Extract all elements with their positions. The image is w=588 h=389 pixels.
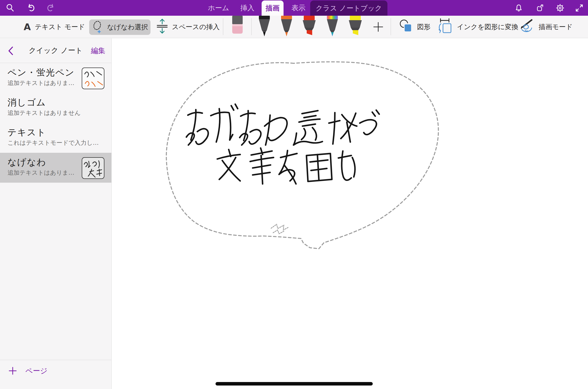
note-canvas[interactable] bbox=[112, 38, 588, 389]
page-subtitle: 追加テキストはありま… bbox=[7, 79, 74, 87]
page-list-item-selected[interactable]: なげなわ 追加テキストはありま… bbox=[0, 153, 111, 183]
sidebar-empty-space bbox=[0, 183, 111, 360]
draw-mode-button[interactable]: 描画モード bbox=[519, 16, 573, 38]
text-mode-label: テキスト モード bbox=[35, 22, 85, 31]
page-title: テキスト bbox=[7, 126, 111, 139]
undo-icon[interactable] bbox=[26, 3, 35, 13]
ink-to-shape-icon bbox=[438, 18, 453, 36]
fullscreen-expand-icon[interactable] bbox=[575, 3, 584, 13]
page-subtitle: 追加テキストはありません bbox=[7, 109, 81, 117]
text-mode-button[interactable]: A テキスト モード bbox=[24, 16, 85, 38]
tab-draw-active[interactable]: 描画 bbox=[262, 0, 284, 16]
add-pen-button[interactable] bbox=[373, 21, 384, 33]
redo-icon[interactable] bbox=[46, 3, 56, 13]
shapes-label: 図形 bbox=[417, 22, 431, 31]
draw-ribbon: A テキスト モード なげなわ選択 スペースの挿入 bbox=[0, 16, 588, 38]
ink-line-2 bbox=[217, 148, 355, 184]
text-mode-icon: A bbox=[24, 22, 31, 32]
eraser-tool[interactable] bbox=[231, 16, 243, 36]
shapes-button[interactable]: 図形 bbox=[399, 16, 431, 38]
share-icon[interactable] bbox=[535, 3, 545, 13]
handwriting-ink bbox=[186, 104, 379, 184]
back-chevron-icon[interactable] bbox=[7, 46, 16, 56]
plus-icon bbox=[8, 367, 17, 375]
ink-line-1 bbox=[186, 104, 379, 145]
insert-space-icon bbox=[156, 18, 168, 36]
ink-to-shape-button[interactable]: インクを図形に変換 bbox=[438, 16, 518, 38]
ribbon-divider bbox=[223, 18, 223, 35]
edit-button[interactable]: 編集 bbox=[91, 38, 105, 63]
page-subtitle: 追加テキストはありま… bbox=[7, 169, 74, 177]
insert-space-button[interactable]: スペースの挿入 bbox=[156, 16, 220, 38]
draw-mode-label: 描画モード bbox=[539, 22, 573, 31]
lasso-select-label: なげなわ選択 bbox=[107, 23, 148, 32]
lasso-select-icon bbox=[92, 19, 104, 35]
rainbow-pen-tool[interactable] bbox=[325, 16, 339, 38]
page-thumbnail bbox=[82, 157, 104, 179]
tab-view[interactable]: 表示 bbox=[292, 0, 305, 16]
ribbon-divider bbox=[251, 18, 252, 35]
page-list-item[interactable]: 消しゴム 追加テキストはありません bbox=[0, 93, 111, 123]
page-title: 消しゴム bbox=[7, 96, 111, 109]
tab-class-notebook[interactable]: クラス ノートブック bbox=[310, 0, 387, 16]
add-page-label: ページ bbox=[25, 366, 47, 376]
sidebar-header: クイック ノート 編集 bbox=[0, 38, 111, 63]
page-list-sidebar: クイック ノート 編集 ペン・蛍光ペン 追加テキストはありま… 消しゴム 追加テ… bbox=[0, 38, 112, 389]
add-page-button[interactable]: ページ bbox=[8, 366, 47, 376]
tab-home[interactable]: ホーム bbox=[208, 0, 229, 16]
home-indicator[interactable] bbox=[216, 382, 373, 386]
settings-gear-icon[interactable] bbox=[555, 3, 565, 13]
red-highlighter-tool[interactable] bbox=[302, 16, 316, 38]
insert-space-label: スペースの挿入 bbox=[172, 22, 220, 31]
page-subtitle: これはテキストモードで入力し… bbox=[7, 139, 99, 147]
page-thumbnail bbox=[82, 68, 104, 89]
notifications-bell-icon[interactable] bbox=[514, 3, 523, 13]
sidebar-footer: ページ bbox=[0, 360, 111, 389]
tab-insert[interactable]: 挿入 bbox=[240, 0, 254, 16]
onenote-app: ホーム 挿入 描画 表示 クラス ノートブック A テキスト モード なげなわ選… bbox=[0, 0, 588, 389]
ink-to-shape-label: インクを図形に変換 bbox=[457, 22, 518, 31]
black-pen-tool[interactable] bbox=[257, 16, 271, 38]
yellow-highlighter-tool[interactable] bbox=[348, 16, 362, 38]
ribbon-divider bbox=[391, 18, 391, 35]
shapes-icon bbox=[399, 19, 413, 35]
page-list-item[interactable]: ペン・蛍光ペン 追加テキストはありま… bbox=[0, 63, 111, 93]
lasso-selection[interactable] bbox=[166, 62, 439, 249]
lasso-select-button[interactable]: なげなわ選択 bbox=[89, 19, 150, 35]
top-bar: ホーム 挿入 描画 表示 クラス ノートブック bbox=[0, 0, 588, 16]
page-list-item[interactable]: テキスト これはテキストモードで入力し… bbox=[0, 123, 111, 153]
search-icon[interactable] bbox=[5, 3, 15, 13]
draw-mode-hand-pen-icon bbox=[519, 18, 535, 35]
orange-pen-tool[interactable] bbox=[280, 16, 294, 38]
content-area: クイック ノート 編集 ペン・蛍光ペン 追加テキストはありま… 消しゴム 追加テ… bbox=[0, 38, 588, 389]
